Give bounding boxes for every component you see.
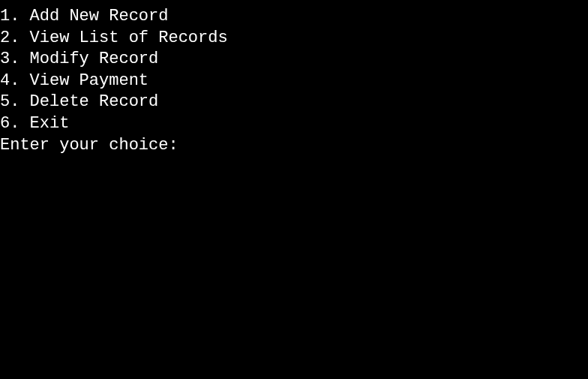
menu-label: Add New Record [30, 7, 169, 26]
menu-item-5: 5. Delete Record [0, 92, 588, 113]
menu-item-4: 4. View Payment [0, 71, 588, 92]
menu-number: 5 [0, 92, 10, 111]
menu-number: 6 [0, 114, 10, 133]
prompt-line: Enter your choice: [0, 135, 588, 157]
menu-number: 1 [0, 7, 10, 26]
menu-item-6: 6. Exit [0, 113, 588, 135]
menu-label: View Payment [30, 71, 148, 90]
menu-label: Modify Record [30, 50, 159, 68]
menu-label: Exit [30, 114, 70, 133]
menu-item-1: 1. Add New Record [0, 6, 588, 28]
prompt-text: Enter your choice: [0, 135, 178, 157]
console-menu: 1. Add New Record 2. View List of Record… [0, 6, 588, 156]
menu-number: 3 [0, 50, 10, 68]
menu-item-3: 3. Modify Record [0, 49, 588, 71]
menu-item-2: 2. View List of Records [0, 28, 588, 50]
choice-input[interactable] [178, 136, 328, 155]
menu-number: 2 [0, 29, 10, 47]
menu-number: 4 [0, 71, 10, 90]
menu-label: Delete Record [30, 92, 159, 111]
menu-label: View List of Records [30, 29, 228, 47]
